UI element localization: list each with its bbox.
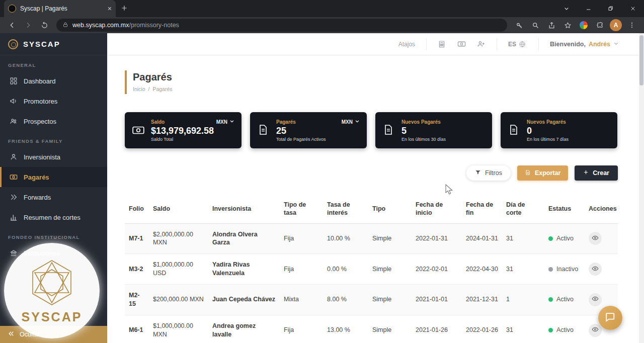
page-scrollbar[interactable] [639,33,644,343]
favicon [8,5,16,13]
chevron-down-icon [355,119,360,125]
add-user-icon[interactable] [477,40,486,48]
mouse-cursor [445,184,454,195]
user-menu[interactable]: Bienvenido, Andrés [550,41,619,48]
bookmark-star-icon[interactable] [560,19,575,32]
syscap-emblem-icon [27,258,77,308]
table-actions: Filtros Exportar Crear [125,165,618,181]
col-tipo-de-tasa: Tipo de tasa [280,195,323,223]
back-icon[interactable] [5,19,19,32]
plus-icon [583,169,589,177]
stat-card-saldo: Saldo MXN $13,979,692.58 Saldo Total [125,112,242,148]
stat-value: $13,979,692.58 [151,126,234,136]
currency-selector[interactable]: MXN [216,119,234,125]
table-row: M6-1 $1,000,000.00 MXN Andrea gomez lava… [125,315,618,343]
stat-card-pagares: Pagarés MXN 25 Total de Pagarés Activos [250,112,367,148]
view-row-button[interactable] [589,232,602,245]
col-tipo: Tipo [368,195,412,223]
eye-icon [592,265,599,274]
stat-sub: Total de Pagarés Activos [276,137,360,142]
filters-button[interactable]: Filtros [466,165,511,181]
sidebar-item-dashboard[interactable]: Dashboard [0,71,107,91]
tab-search-chevron-icon[interactable] [555,0,578,17]
calculator-icon[interactable] [438,40,446,48]
status-dot [548,328,553,332]
status-dot [548,236,553,241]
language-switcher[interactable]: ES [508,40,527,48]
users-icon [10,117,18,126]
zoom-icon[interactable] [528,19,542,32]
restore-button[interactable] [600,0,622,17]
funnel-icon [475,169,481,177]
browser-navbar: web.syscap.com.mx/promissory-notes A [0,17,644,33]
stat-sub: En los últimos 30 días [401,137,485,142]
section-label-fondeo-institucional: FONDEO INSTITUCIONAL [8,234,99,240]
site-info-lock-icon[interactable] [62,21,68,30]
close-button[interactable] [622,0,644,17]
reload-icon[interactable] [37,19,51,32]
table-row: M2-15 $200,000.00 MXN Juan Cepeda Chávez… [125,285,618,315]
stat-sub: Saldo Total [151,137,234,142]
syscap-logo-icon [8,39,18,49]
create-button[interactable]: Crear [575,165,618,181]
section-label-friends-family: FRIENDS & FAMILY [8,138,99,144]
forward-icon [10,193,18,202]
col-fecha-de-fin: Fecha de fin [462,195,502,223]
view-row-button[interactable] [589,263,602,276]
extension-colored-icon[interactable] [577,19,591,32]
breadcrumb: Inicio / Pagarés [133,86,618,92]
status-dot [548,267,553,272]
col-saldo: Saldo [149,195,208,223]
tab-close-icon[interactable]: × [108,5,112,12]
share-icon[interactable] [544,19,558,32]
tab-title: Syscap | Pagarés [20,5,104,12]
chat-fab-button[interactable] [598,306,622,330]
breadcrumb-home[interactable]: Inicio [133,86,145,92]
sidebar-item-promotores[interactable]: Promotores [0,91,107,111]
stat-card-nuevos-7: Nuevos Pagarés 0 En los últimos 7 días [501,112,617,148]
browser-tabstrip: Syscap | Pagarés × [0,0,644,17]
view-row-button[interactable] [589,293,602,306]
new-tab-button[interactable] [121,5,128,14]
col-estatus: Estatus [544,195,585,223]
sidebar-item-inversionista[interactable]: Inversionista [0,147,107,167]
status-dot [548,297,553,302]
collapse-chevrons-icon [8,330,15,338]
page-title-band: Pagarés Inicio / Pagarés [125,70,618,94]
dashboard-icon [10,77,18,85]
syscap-watermark-logo: SYSCAP [4,243,100,338]
page-title: Pagarés [133,71,618,83]
breadcrumb-current: Pagarés [152,86,172,92]
minimize-button[interactable] [578,0,600,17]
profile-avatar[interactable]: A [609,19,623,32]
sidebar-item-forwards[interactable]: Forwards [0,187,107,207]
browser-menu-kebab-icon[interactable] [625,19,639,32]
status-badge: Activo [548,295,581,304]
export-button[interactable]: Exportar [517,165,568,181]
sidebar-item-resumen-de-cortes[interactable]: Resumen de cortes [0,207,107,227]
document-icon [257,124,270,137]
sidebar: SYSCAP GENERAL Dashboard Promotores Pros… [0,33,107,343]
currency-selector[interactable]: MXN [342,119,360,125]
export-doc-icon [525,169,531,177]
url-bar[interactable]: web.syscap.com.mx/promissory-notes [56,19,507,32]
status-badge: Inactivo [548,265,581,274]
eye-icon [592,295,599,304]
scrollbar-thumb[interactable] [639,35,643,85]
col-folio: Folio [125,195,149,223]
browser-tab[interactable]: Syscap | Pagarés × [4,0,116,17]
megaphone-icon [10,97,18,106]
forward-icon[interactable] [21,19,35,32]
extensions-puzzle-icon[interactable] [593,19,607,32]
cash-shortcut-icon[interactable] [457,40,466,48]
user-icon [10,153,18,161]
sidebar-item-pagares[interactable]: Pagarés [0,167,107,187]
sidebar-item-prospectos[interactable]: Prospectos [0,111,107,131]
stat-cards: Saldo MXN $13,979,692.58 Saldo Total [125,112,618,148]
bank-icon [10,249,18,258]
page-content: Pagarés Inicio / Pagarés Saldo [107,70,644,343]
view-row-button[interactable] [589,324,602,337]
password-key-icon[interactable] [512,19,526,32]
url-text: web.syscap.com.mx/promissory-notes [72,22,179,29]
section-label-general: GENERAL [8,62,99,68]
